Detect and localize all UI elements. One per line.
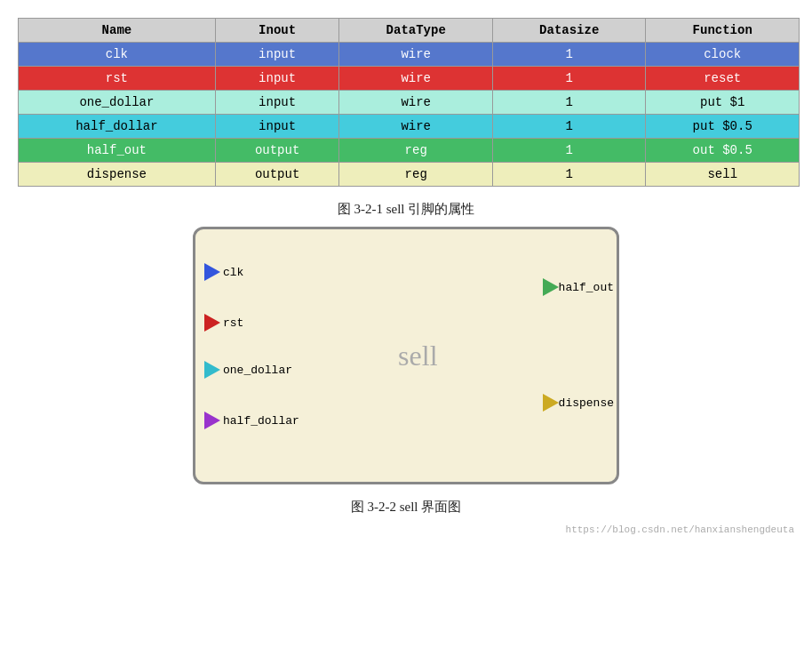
cell-datatype: reg: [339, 139, 493, 163]
arrow-half-out-icon: [543, 278, 559, 296]
pin-half-out: half_out: [540, 278, 617, 296]
table-header-row: Name Inout DataType Datasize Function: [19, 19, 800, 43]
cell-name: clk: [19, 43, 216, 67]
cell-inout: input: [215, 43, 339, 67]
cell-datatype: wire: [339, 43, 493, 67]
arrow-one-dollar-icon: [204, 361, 220, 379]
pin-dispense-label: dispense: [559, 396, 614, 410]
cell-datasize: 1: [492, 115, 646, 139]
arrow-rst-icon: [204, 314, 220, 332]
cell-inout: input: [215, 115, 339, 139]
arrow-half-dollar-icon: [204, 412, 220, 429]
cell-inout: output: [215, 163, 339, 187]
pin-half-out-label: half_out: [559, 281, 614, 294]
signal-table: Name Inout DataType Datasize Function cl…: [18, 18, 800, 187]
cell-datasize: 1: [492, 91, 646, 115]
cell-datasize: 1: [492, 43, 646, 67]
diagram-box: sell clk rst one_dollar half_dollar half…: [193, 227, 619, 484]
caption-1: 图 3-2-1 sell 引脚的属性: [18, 201, 794, 218]
cell-datasize: 1: [492, 163, 646, 187]
col-header-datatype: DataType: [339, 19, 493, 43]
cell-function: clock: [646, 43, 800, 67]
table-row: rstinputwire1reset: [19, 67, 800, 91]
cell-datatype: wire: [339, 67, 493, 91]
table-row: half_dollarinputwire1put $0.5: [19, 115, 800, 139]
diagram-wrapper: sell clk rst one_dollar half_dollar half…: [18, 227, 794, 484]
cell-name: dispense: [19, 163, 216, 187]
arrow-clk-icon: [204, 263, 220, 281]
cell-datatype: wire: [339, 91, 493, 115]
pin-clk-label: clk: [223, 266, 243, 279]
pin-half-dollar-label: half_dollar: [223, 414, 299, 428]
cell-inout: input: [215, 91, 339, 115]
arrow-dispense-icon: [543, 394, 559, 412]
module-label: sell: [398, 340, 437, 372]
cell-datasize: 1: [492, 67, 646, 91]
cell-function: put $1: [646, 91, 800, 115]
cell-name: half_dollar: [19, 115, 216, 139]
table-row: clkinputwire1clock: [19, 43, 800, 67]
table-row: one_dollarinputwire1put $1: [19, 91, 800, 115]
col-header-name: Name: [19, 19, 216, 43]
cell-name: half_out: [19, 139, 216, 163]
col-header-datasize: Datasize: [492, 19, 646, 43]
caption-2: 图 3-2-2 sell 界面图: [18, 499, 794, 516]
table-row: dispenseoutputreg1sell: [19, 163, 800, 187]
col-header-inout: Inout: [215, 19, 339, 43]
table-row: half_outoutputreg1out $0.5: [19, 139, 800, 163]
cell-function: put $0.5: [646, 115, 800, 139]
cell-datasize: 1: [492, 139, 646, 163]
cell-function: sell: [646, 163, 800, 187]
col-header-function: Function: [646, 19, 800, 43]
cell-inout: input: [215, 67, 339, 91]
pin-rst: rst: [204, 314, 243, 332]
cell-datatype: wire: [339, 115, 493, 139]
watermark: https://blog.csdn.net/hanxianshengdeuta: [18, 524, 794, 535]
pin-one-dollar: one_dollar: [204, 361, 292, 379]
pin-one-dollar-label: one_dollar: [223, 364, 292, 377]
pin-clk: clk: [204, 263, 243, 281]
cell-function: out $0.5: [646, 139, 800, 163]
cell-function: reset: [646, 67, 800, 91]
cell-inout: output: [215, 139, 339, 163]
cell-name: one_dollar: [19, 91, 216, 115]
pin-dispense: dispense: [540, 394, 617, 412]
pin-half-dollar: half_dollar: [204, 412, 299, 429]
pin-rst-label: rst: [223, 316, 243, 330]
cell-name: rst: [19, 67, 216, 91]
cell-datatype: reg: [339, 163, 493, 187]
